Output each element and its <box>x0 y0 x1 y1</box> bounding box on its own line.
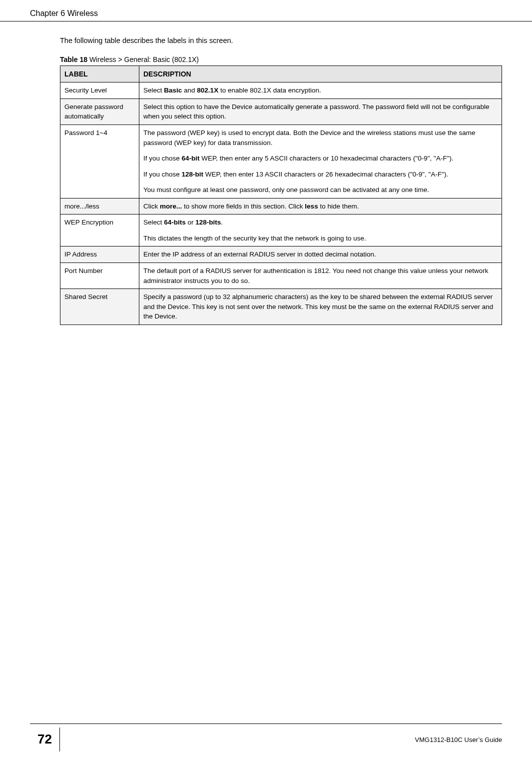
text-run: to enable 802.1X data encryption. <box>218 86 321 94</box>
text-run: or <box>186 218 196 226</box>
table-row: Password 1~4The password (WEP key) is us… <box>60 124 502 198</box>
cell-label: Security Level <box>60 82 139 99</box>
table-row: more.../lessClick more... to show more f… <box>60 198 502 214</box>
bold-text: 64-bit <box>182 154 200 162</box>
text-run: . <box>221 218 223 226</box>
bold-text: less <box>305 202 318 210</box>
text-run: This dictates the length of the security… <box>143 234 366 242</box>
cell-description: Specify a password (up to 32 alphanumeri… <box>139 289 502 325</box>
cell-description: Select this option to have the Device au… <box>139 98 502 124</box>
page-header: Chapter 6 Wireless <box>0 0 532 22</box>
bold-text: 64-bits <box>164 218 186 226</box>
header-label: LABEL <box>60 66 139 82</box>
text-run: If you chose <box>143 154 182 162</box>
footer-content: 72 VMG1312-B10C User’s Guide <box>30 724 502 755</box>
text-run: Enter the IP address of an external RADI… <box>143 250 376 258</box>
cell-description: The password (WEP key) is used to encryp… <box>139 124 502 198</box>
text-run: You must configure at least one password… <box>143 186 429 194</box>
bold-text: Basic <box>164 86 182 94</box>
bold-text: 802.1X <box>197 86 218 94</box>
cell-paragraph: If you chose 64-bit WEP, then enter any … <box>143 154 498 164</box>
cell-paragraph: If you chose 128-bit WEP, then enter 13 … <box>143 170 498 180</box>
bold-text: 128-bits <box>195 218 221 226</box>
table-caption: Table 18 Wireless > General: Basic (802.… <box>60 56 502 64</box>
text-run: Select <box>143 218 164 226</box>
table-row: WEP EncryptionSelect 64-bits or 128-bits… <box>60 214 502 246</box>
text-run: WEP, then enter any 5 ASCII characters o… <box>200 154 454 162</box>
cell-label: Password 1~4 <box>60 124 139 198</box>
table-row: Shared SecretSpecify a password (up to 3… <box>60 289 502 325</box>
cell-label: more.../less <box>60 198 139 214</box>
cell-label: Shared Secret <box>60 289 139 325</box>
cell-description: Enter the IP address of an external RADI… <box>139 246 502 263</box>
page-footer: 72 VMG1312-B10C User’s Guide <box>0 724 532 755</box>
chapter-title: Chapter 6 Wireless <box>30 9 98 18</box>
bold-text: more... <box>160 202 182 210</box>
cell-paragraph: This dictates the length of the security… <box>143 234 498 244</box>
text-run: If you chose <box>143 170 182 178</box>
cell-label: WEP Encryption <box>60 214 139 246</box>
cell-paragraph: The password (WEP key) is used to encryp… <box>143 128 498 148</box>
cell-label: IP Address <box>60 246 139 263</box>
cell-description: Select Basic and 802.1X to enable 802.1X… <box>139 82 502 99</box>
bold-text: 128-bit <box>182 170 204 178</box>
header-description: DESCRIPTION <box>139 66 502 82</box>
text-run: The default port of a RADIUS server for … <box>143 267 488 284</box>
text-run: to show more fields in this section. Cli… <box>182 202 305 210</box>
cell-description: The default port of a RADIUS server for … <box>139 263 502 289</box>
main-content: The following table describes the labels… <box>0 22 532 325</box>
text-run: The password (WEP key) is used to encryp… <box>143 129 476 146</box>
guide-name: VMG1312-B10C User’s Guide <box>415 736 502 744</box>
text-run: and <box>182 86 197 94</box>
table-row: Generate password automaticallySelect th… <box>60 98 502 124</box>
cell-label: Port Number <box>60 263 139 289</box>
text-run: WEP, then enter 13 ASCII characters or 2… <box>203 170 448 178</box>
table-caption-rest: Wireless > General: Basic (802.1X) <box>87 56 199 64</box>
text-run: Select this option to have the Device au… <box>143 103 489 120</box>
text-run: Click <box>143 202 160 210</box>
intro-text: The following table describes the labels… <box>60 36 502 44</box>
cell-paragraph: You must configure at least one password… <box>143 185 498 195</box>
cell-paragraph: Select 64-bits or 128-bits. <box>143 218 498 228</box>
table-number: Table 18 <box>60 56 87 64</box>
table-row: Port NumberThe default port of a RADIUS … <box>60 263 502 289</box>
table-row: IP AddressEnter the IP address of an ext… <box>60 246 502 263</box>
labels-table: LABEL DESCRIPTION Security LevelSelect B… <box>60 66 502 325</box>
text-run: Specify a password (up to 32 alphanumeri… <box>143 293 493 320</box>
text-run: to hide them. <box>318 202 359 210</box>
table-header-row: LABEL DESCRIPTION <box>60 66 502 82</box>
table-row: Security LevelSelect Basic and 802.1X to… <box>60 82 502 99</box>
cell-description: Select 64-bits or 128-bits.This dictates… <box>139 214 502 246</box>
cell-label: Generate password automatically <box>60 98 139 124</box>
text-run: Select <box>143 86 164 94</box>
cell-description: Click more... to show more fields in thi… <box>139 198 502 214</box>
page-number: 72 <box>30 728 60 752</box>
